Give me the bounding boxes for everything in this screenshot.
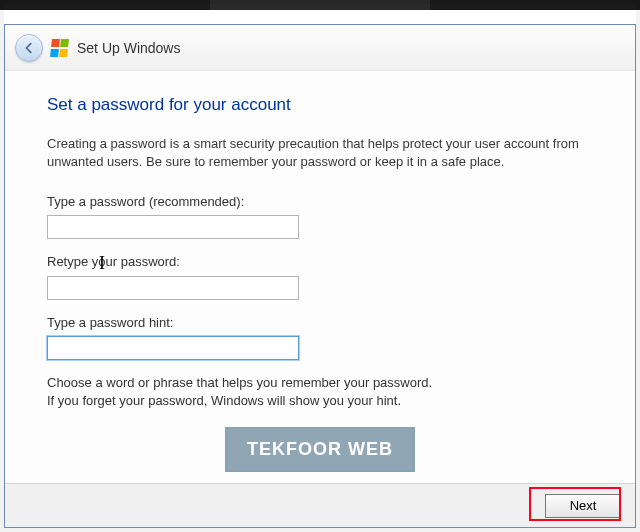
back-button[interactable] [15,34,43,62]
password-label: Type a password (recommended): [47,193,593,211]
content-area: Set a password for your account Creating… [5,71,635,483]
hint-help-1: Choose a word or phrase that helps you r… [47,374,587,392]
next-button[interactable]: Next [545,494,621,518]
footer: Next [5,483,635,527]
password-input[interactable] [47,215,299,239]
hint-help-2: If you forget your password, Windows wil… [47,392,587,410]
hint-label: Type a password hint: [47,314,593,332]
password-hint-input[interactable] [47,336,299,360]
back-arrow-icon [22,41,36,55]
retype-password-input[interactable] [47,276,299,300]
retype-label: Retype your password: [47,253,593,271]
page-heading: Set a password for your account [47,93,593,117]
titlebar: Set Up Windows [5,25,635,71]
windows-flag-icon [50,39,70,57]
intro-text: Creating a password is a smart security … [47,135,587,171]
setup-window: Set Up Windows Set a password for your a… [4,24,636,528]
decorative-top-strip [0,0,640,10]
window-title: Set Up Windows [77,40,180,56]
